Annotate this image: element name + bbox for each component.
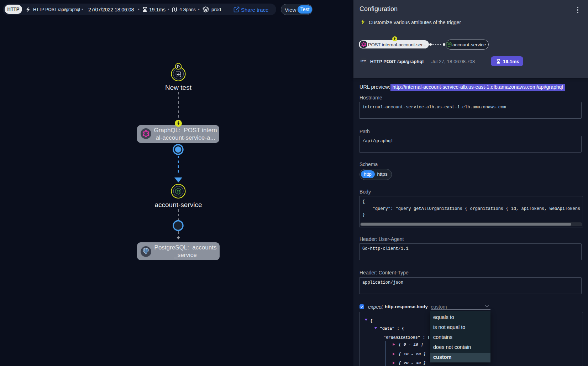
svg-text:JS: JS [176, 190, 180, 193]
svg-text:JS: JS [447, 43, 450, 46]
